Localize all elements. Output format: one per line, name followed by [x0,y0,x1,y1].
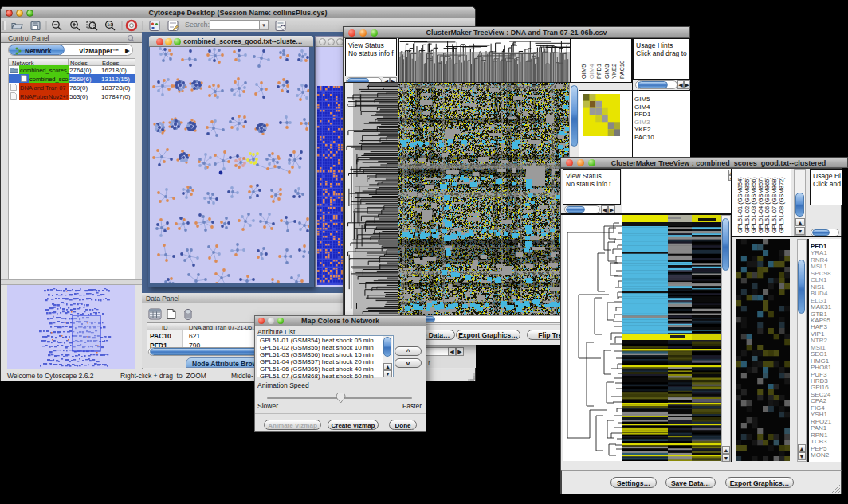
svg-text:1:1: 1:1 [107,23,112,27]
